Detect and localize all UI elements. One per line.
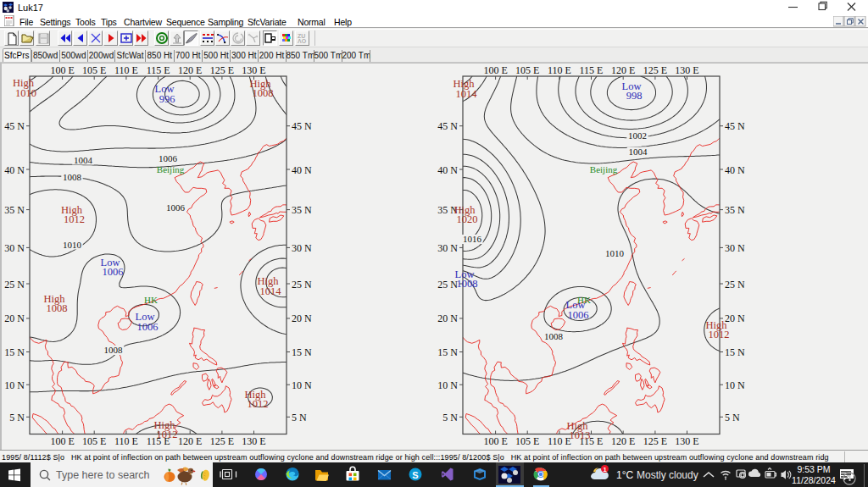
svg-text:996: 996 xyxy=(159,93,175,105)
svg-text:HK: HK xyxy=(577,295,591,305)
svg-text:15 N: 15 N xyxy=(437,346,458,358)
svg-text:110 E: 110 E xyxy=(548,64,571,76)
svg-text:5 N: 5 N xyxy=(292,412,307,423)
svg-text:ΛO: ΛO xyxy=(298,38,307,44)
svg-text:1010: 1010 xyxy=(63,240,82,250)
svg-text:105 E: 105 E xyxy=(515,435,539,447)
svg-text:105 E: 105 E xyxy=(82,64,106,76)
svg-text:20 N: 20 N xyxy=(4,313,25,324)
svg-text:130 E: 130 E xyxy=(242,435,265,447)
svg-text:120 E: 120 E xyxy=(178,435,202,447)
svg-text:1010: 1010 xyxy=(15,87,36,99)
svg-text:10 N: 10 N xyxy=(437,379,458,391)
svg-text:1008: 1008 xyxy=(253,87,274,99)
svg-text:40 N: 40 N xyxy=(4,164,25,176)
svg-text:Mostly cloudy: Mostly cloudy xyxy=(637,469,698,481)
svg-text:1002: 1002 xyxy=(628,130,647,141)
svg-text:1012: 1012 xyxy=(157,429,178,440)
svg-text:100 E: 100 E xyxy=(50,435,74,447)
svg-text:1008: 1008 xyxy=(457,278,478,290)
svg-text:30 N: 30 N xyxy=(292,242,312,254)
svg-text:1004: 1004 xyxy=(74,155,93,165)
svg-text:125 E: 125 E xyxy=(210,435,234,447)
svg-text:1013: 1013 xyxy=(570,429,591,441)
svg-text:110 E: 110 E xyxy=(114,435,138,447)
svg-text:9:53 PM: 9:53 PM xyxy=(797,464,830,474)
svg-text:1012: 1012 xyxy=(248,398,269,410)
svg-text:130 E: 130 E xyxy=(675,435,698,447)
svg-text:110 E: 110 E xyxy=(548,435,571,447)
svg-text:1006: 1006 xyxy=(159,153,178,163)
svg-text:15 N: 15 N xyxy=(725,346,745,358)
svg-text:35 N: 35 N xyxy=(4,204,25,216)
svg-text:45 N: 45 N xyxy=(4,120,25,132)
svg-text:S: S xyxy=(412,470,418,480)
svg-text:130 E: 130 E xyxy=(675,64,698,76)
svg-text:120 E: 120 E xyxy=(611,64,635,76)
svg-text:130 E: 130 E xyxy=(242,64,265,76)
svg-text:25 N: 25 N xyxy=(292,279,312,291)
svg-text:25 N: 25 N xyxy=(437,279,458,291)
svg-text:125 E: 125 E xyxy=(643,64,667,76)
svg-text:5 N: 5 N xyxy=(725,412,740,423)
svg-text:1006: 1006 xyxy=(103,266,124,278)
svg-text:115 E: 115 E xyxy=(580,64,604,76)
svg-text:Beijing: Beijing xyxy=(590,164,618,174)
svg-text:125 E: 125 E xyxy=(210,64,234,76)
svg-text:5 N: 5 N xyxy=(9,412,25,423)
svg-text:Beijing: Beijing xyxy=(157,164,185,174)
svg-text:20 N: 20 N xyxy=(437,313,458,324)
svg-text:40 N: 40 N xyxy=(437,164,458,176)
svg-text:10 N: 10 N xyxy=(4,379,25,391)
svg-text:40 N: 40 N xyxy=(292,164,312,176)
svg-text:105 E: 105 E xyxy=(82,435,106,447)
svg-text:1012: 1012 xyxy=(64,213,85,225)
svg-text:1020: 1020 xyxy=(457,213,478,225)
svg-text:1012: 1012 xyxy=(709,329,730,340)
svg-text:1004: 1004 xyxy=(629,147,648,157)
svg-text:45 N: 45 N xyxy=(292,120,312,132)
svg-text:10 N: 10 N xyxy=(292,379,312,391)
svg-text:45 N: 45 N xyxy=(725,120,745,132)
svg-text:25 N: 25 N xyxy=(4,279,25,291)
svg-text:35 N: 35 N xyxy=(292,204,312,216)
svg-text:120 E: 120 E xyxy=(611,435,635,447)
svg-text:25 N: 25 N xyxy=(725,279,745,291)
svg-text:125 E: 125 E xyxy=(643,435,667,447)
svg-text:10 N: 10 N xyxy=(725,379,745,391)
svg-text:1008: 1008 xyxy=(63,172,82,182)
svg-text:30 N: 30 N xyxy=(725,242,745,254)
svg-text:115 E: 115 E xyxy=(147,64,170,76)
svg-text:1014: 1014 xyxy=(260,285,282,297)
svg-text:5 N: 5 N xyxy=(442,412,458,423)
svg-text:30 N: 30 N xyxy=(4,242,25,254)
svg-text:11/28/2024: 11/28/2024 xyxy=(792,475,836,485)
svg-text:15 N: 15 N xyxy=(4,346,25,358)
svg-text:1006: 1006 xyxy=(568,309,589,321)
svg-text:105 E: 105 E xyxy=(515,64,539,76)
svg-text:1008: 1008 xyxy=(47,302,68,314)
svg-text:35 N: 35 N xyxy=(725,204,745,216)
svg-text:1014: 1014 xyxy=(456,88,478,100)
svg-text:1°C: 1°C xyxy=(616,469,633,481)
svg-text:20 N: 20 N xyxy=(292,313,312,324)
svg-text:1006: 1006 xyxy=(166,202,186,213)
svg-text:HK: HK xyxy=(144,295,158,305)
svg-text:1008: 1008 xyxy=(104,345,124,355)
svg-text:120 E: 120 E xyxy=(178,64,202,76)
svg-text:15 N: 15 N xyxy=(292,346,312,358)
svg-text:1006: 1006 xyxy=(137,321,159,333)
svg-text:100 E: 100 E xyxy=(483,64,507,76)
svg-text:Type here to search: Type here to search xyxy=(56,469,150,481)
svg-text:1010: 1010 xyxy=(605,248,625,258)
svg-text:998: 998 xyxy=(626,90,643,102)
svg-text:20 N: 20 N xyxy=(725,313,745,324)
svg-text:1008: 1008 xyxy=(544,331,564,341)
svg-text:100 E: 100 E xyxy=(50,64,74,76)
svg-text:40 N: 40 N xyxy=(725,164,745,176)
svg-text:30 N: 30 N xyxy=(437,242,458,254)
svg-text:110 E: 110 E xyxy=(114,64,138,76)
svg-text:100 E: 100 E xyxy=(483,435,507,447)
svg-text:45 N: 45 N xyxy=(437,120,458,132)
svg-text:1016: 1016 xyxy=(463,234,482,244)
